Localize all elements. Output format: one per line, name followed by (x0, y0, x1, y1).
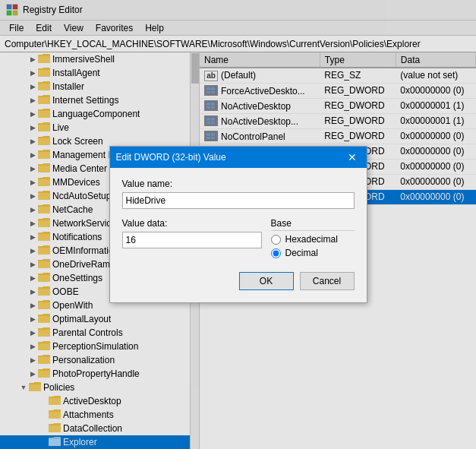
decimal-radio[interactable] (271, 248, 281, 258)
dialog-close-button[interactable]: ✕ (344, 149, 361, 166)
dialog-buttons: OK Cancel (122, 272, 355, 290)
dialog-data-row: Value data: Base Hexadecimal Decimal (122, 218, 355, 261)
edit-dword-dialog: Edit DWORD (32-bit) Value ✕ Value name: … (109, 146, 367, 303)
dialog-body: Value name: Value data: Base Hexadecimal… (110, 168, 367, 302)
base-title: Base (271, 218, 355, 231)
value-data-input[interactable] (122, 232, 262, 248)
dialog-overlay: Edit DWORD (32-bit) Value ✕ Value name: … (0, 0, 476, 449)
cancel-button[interactable]: Cancel (300, 272, 355, 290)
decimal-option[interactable]: Decimal (271, 248, 355, 258)
hexadecimal-label: Hexadecimal (285, 234, 338, 245)
hexadecimal-radio[interactable] (271, 235, 281, 245)
ok-button[interactable]: OK (239, 272, 294, 290)
base-section: Base Hexadecimal Decimal (271, 218, 355, 261)
value-name-input[interactable] (122, 192, 355, 209)
dialog-titlebar: Edit DWORD (32-bit) Value ✕ (110, 147, 367, 168)
decimal-label: Decimal (285, 248, 318, 258)
data-section: Value data: (122, 218, 262, 261)
hexadecimal-option[interactable]: Hexadecimal (271, 234, 355, 245)
value-name-label: Value name: (122, 179, 355, 189)
dialog-title: Edit DWORD (32-bit) Value (116, 152, 226, 163)
value-data-label: Value data: (122, 218, 262, 229)
